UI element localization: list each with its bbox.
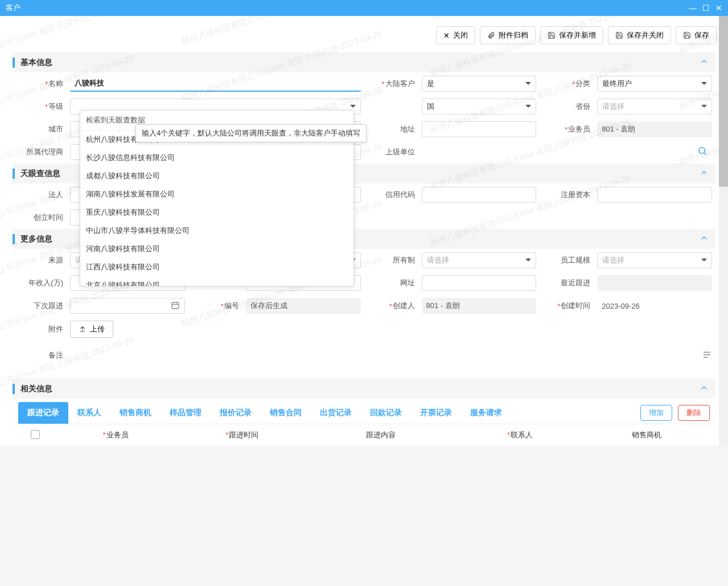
toolbar: ✕ 关闭 附件归档 保存并新增 保存并关闭 保存	[0, 16, 728, 52]
upload-button[interactable]: 上传	[70, 321, 113, 338]
th-sales: 业务员	[106, 431, 129, 439]
code-label: 编号	[224, 301, 239, 311]
close-icon: ✕	[443, 31, 450, 40]
city-label: 城市	[48, 124, 63, 134]
attach-label: 附件	[48, 324, 63, 334]
credit-input[interactable]	[422, 187, 537, 203]
save-button[interactable]: 保存	[676, 26, 717, 44]
tab-invoice[interactable]: 开票记录	[411, 402, 461, 424]
tab-contacts[interactable]: 联系人	[68, 402, 110, 424]
upload-icon	[79, 325, 87, 334]
th-content: 跟进内容	[366, 431, 396, 439]
scrollbar[interactable]	[719, 16, 728, 446]
chevron-up-icon[interactable]	[700, 233, 709, 244]
delete-button[interactable]: 删除	[678, 405, 710, 421]
mainland-label: 大陆客户	[385, 79, 415, 89]
salesperson-field: 801 - 袁朗	[597, 121, 712, 137]
mainland-select[interactable]: 是	[422, 76, 537, 92]
tab-sample[interactable]: 样品管理	[161, 402, 211, 424]
ownership-label: 所有制	[393, 255, 415, 265]
maximize-icon[interactable]: ☐	[702, 3, 710, 13]
website-label: 网址	[400, 278, 415, 288]
chevron-down-icon	[525, 105, 531, 110]
section-header-basic: 基本信息	[13, 52, 715, 72]
tab-contract[interactable]: 销售合同	[261, 402, 311, 424]
dropdown-item[interactable]: 中山市八骏半导体科技有限公司	[80, 222, 353, 240]
scrollbar-thumb[interactable]	[719, 16, 728, 187]
tab-quote[interactable]: 报价记录	[211, 402, 261, 424]
agent-label: 所属代理商	[26, 147, 63, 157]
name-input[interactable]	[70, 76, 361, 92]
nextfollow-label: 下次跟进	[34, 301, 63, 311]
tooltip: 输入4个关键字，默认大陆公司将调用天眼查，非大陆客户手动填写	[135, 124, 367, 142]
section-title: 相关信息	[13, 384, 52, 394]
chevron-down-icon	[701, 259, 707, 264]
save-icon	[548, 31, 556, 39]
attach-button[interactable]: 附件归档	[480, 26, 536, 44]
th-opp: 销售商机	[632, 431, 661, 439]
chevron-down-icon	[701, 82, 707, 88]
staff-select[interactable]: 请选择	[597, 252, 712, 268]
title-bar: 客户 — ☐ ✕	[0, 0, 728, 16]
staff-label: 员工规模	[561, 255, 590, 265]
paperclip-icon	[487, 31, 495, 39]
dropdown-item[interactable]: 江西八骏科技有限公司	[80, 258, 353, 276]
country-select[interactable]: 国	[422, 99, 537, 114]
search-icon[interactable]	[697, 146, 708, 158]
section-title: 天眼查信息	[13, 169, 60, 179]
salesperson-label: 业务员	[568, 124, 590, 134]
tab-payment[interactable]: 回款记录	[361, 402, 411, 424]
tab-shipment[interactable]: 出货记录	[311, 402, 361, 424]
th-contact: 联系人	[511, 431, 533, 439]
section-title: 基本信息	[13, 58, 52, 68]
close-window-icon[interactable]: ✕	[715, 3, 722, 13]
parent-search[interactable]	[422, 144, 713, 160]
dropdown-item[interactable]: 重庆八骏科技有限公司	[80, 203, 353, 222]
address-label: 地址	[400, 124, 415, 134]
dropdown-item[interactable]: 长沙八骏信息科技有限公司	[80, 149, 353, 167]
save-close-button[interactable]: 保存并关闭	[608, 26, 671, 44]
capital-input[interactable]	[597, 187, 712, 203]
add-button[interactable]: 增加	[640, 405, 672, 421]
save-icon	[683, 31, 691, 39]
createtime-field: 2023-09-26	[597, 298, 712, 314]
dropdown-item[interactable]: 北京八骏科技有限公司	[80, 276, 353, 286]
dropdown-item[interactable]: 河南八骏科技有限公司	[80, 240, 353, 258]
select-all-checkbox[interactable]	[31, 430, 40, 439]
tab-followup[interactable]: 跟进记录	[18, 402, 68, 424]
name-label: 名称	[48, 79, 63, 89]
ownership-select[interactable]: 请选择	[422, 252, 537, 268]
creator-label: 创建人	[393, 301, 415, 311]
dropdown-item[interactable]: 成都八骏科技有限公司	[80, 167, 353, 185]
minimize-icon[interactable]: —	[689, 3, 697, 13]
website-input[interactable]	[422, 275, 537, 291]
chevron-down-icon	[525, 82, 531, 88]
window-title: 客户	[6, 3, 20, 13]
save-new-button[interactable]: 保存并新增	[540, 26, 603, 44]
province-select[interactable]: 请选择	[597, 99, 712, 114]
code-field: 保存后生成	[246, 298, 361, 314]
province-label: 省份	[575, 101, 590, 112]
nextfollow-date[interactable]	[70, 298, 185, 314]
category-select[interactable]: 最终用户	[597, 76, 712, 92]
source-label: 来源	[48, 255, 63, 265]
tab-service[interactable]: 服务请求	[461, 402, 511, 424]
close-button[interactable]: ✕ 关闭	[436, 26, 475, 44]
table-header: *业务员 *跟进时间 跟进内容 *联系人 销售商机	[13, 424, 715, 446]
category-label: 分类	[575, 79, 590, 89]
save-icon	[615, 31, 623, 39]
chevron-up-icon[interactable]	[700, 383, 709, 394]
tab-opportunity[interactable]: 销售商机	[110, 402, 161, 424]
address-input[interactable]	[422, 121, 537, 137]
legal-label: 法人	[48, 190, 63, 200]
chevron-up-icon[interactable]	[700, 57, 709, 68]
founded-label: 创立时间	[34, 212, 63, 223]
dropdown-item[interactable]: 湖南八骏科技发展有限公司	[80, 185, 353, 203]
svg-rect-1	[172, 302, 179, 309]
chevron-up-icon[interactable]	[700, 168, 709, 179]
notes-icon[interactable]	[702, 350, 712, 362]
notes-label: 备注	[48, 350, 63, 360]
th-followtime: 跟进时间	[229, 431, 258, 439]
lastfollow-label: 最近跟进	[561, 278, 590, 288]
lastfollow-field	[597, 275, 712, 291]
